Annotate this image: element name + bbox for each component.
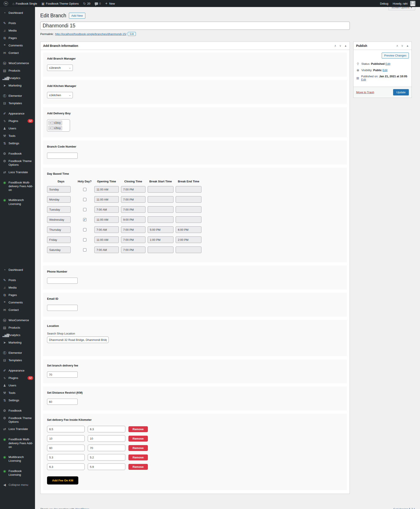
closing-time-input[interactable] [121,216,145,223]
branch-code-input[interactable] [47,153,78,159]
sidebar-item[interactable]: ⚙ Foodbook [0,150,35,157]
holy-day-checkbox[interactable] [83,248,86,252]
fee-input[interactable] [88,435,125,442]
closing-time-input[interactable] [121,196,145,203]
phone-input[interactable] [47,278,78,284]
kitchen-manager-select[interactable]: s1kitchen ⌄ [47,92,73,98]
remove-fee-button[interactable]: Remove [128,426,148,432]
break-start-input[interactable] [148,236,173,243]
updates-menu[interactable]: ↻ 20 [81,0,92,7]
shop-location-input[interactable] [47,337,109,343]
break-end-input[interactable] [176,216,202,223]
fee-input[interactable] [88,445,125,451]
remove-tag-icon[interactable]: × [49,121,52,124]
comments-menu[interactable]: 0 [93,0,103,7]
holy-day-checkbox[interactable] [83,198,86,201]
edit-permalink-button[interactable]: Edit [128,32,136,36]
sidebar-item[interactable]: ▂▅▇ Analytics [0,74,35,82]
opening-time-input[interactable] [94,186,119,193]
holy-day-checkbox[interactable] [83,208,86,211]
opening-time-input[interactable] [94,236,119,243]
fee-input[interactable] [88,463,125,470]
sidebar-item[interactable]: ▤ Products [0,324,35,332]
post-title-input[interactable] [40,22,350,30]
sidebar-item[interactable]: ♟ Users [0,382,35,389]
break-start-input[interactable] [148,216,173,223]
sidebar-item[interactable]: ϟ Plugins12 [0,117,35,125]
sidebar-item[interactable]: ⊟ Templates [0,100,35,107]
site-name-menu[interactable]: ⌂ Foodbook Single [10,0,39,7]
sidebar-item[interactable]: ✎ Posts [0,19,35,27]
sidebar-item[interactable]: ✐ Appearance [0,110,35,117]
account-menu[interactable]: Howdy, rahi [391,0,417,7]
break-end-input[interactable] [176,196,202,203]
sidebar-item[interactable]: ♟ Users [0,125,35,132]
km-input[interactable] [47,463,85,470]
delivery-fee-input[interactable] [47,371,78,378]
break-end-input[interactable] [176,206,202,213]
remove-fee-button[interactable]: Remove [128,464,148,470]
opening-time-input[interactable] [94,247,119,253]
delivery-boy-multiselect[interactable]: × s1boy × s2boy [47,119,70,131]
closing-time-input[interactable] [121,247,145,253]
sidebar-item[interactable]: ⚙ Foodbook Theme Options [0,157,35,169]
km-input[interactable] [47,435,85,442]
break-end-input[interactable] [176,226,202,233]
edit-visibility-link[interactable]: Edit [382,69,387,72]
update-button[interactable]: Update [393,89,409,95]
sidebar-item[interactable]: ✉ Contact [0,49,35,57]
remove-fee-button[interactable]: Remove [128,455,148,460]
fee-input[interactable] [88,454,125,461]
holy-day-checkbox[interactable] [83,228,86,231]
move-up-icon[interactable]: ∧ [334,44,337,47]
sidebar-item[interactable]: ϟ Plugins12 [0,374,35,382]
sidebar-item[interactable]: ◉ FoodBook Multi-delivery Fees Add-on [0,436,35,451]
add-fee-on-km-button[interactable]: Add Fee On KM [47,476,78,485]
sidebar-item[interactable]: ⚒ Tools [0,389,35,397]
break-start-input[interactable] [148,196,173,203]
sidebar-item[interactable]: ⚙ Foodbook [0,407,35,414]
remove-fee-button[interactable]: Remove [128,436,148,442]
move-down-icon[interactable]: ∨ [339,44,341,47]
break-start-input[interactable] [148,206,173,213]
sidebar-item[interactable]: ◉ Foodbook Licensing [0,467,35,478]
edit-published-link[interactable]: Edit [361,78,366,81]
closing-time-input[interactable] [121,236,145,243]
sidebar-item[interactable]: ◔ Dashboard [0,9,35,17]
fee-input[interactable] [88,426,125,432]
opening-time-input[interactable] [94,196,119,203]
holy-day-checkbox[interactable] [83,238,86,241]
closing-time-input[interactable] [121,226,145,233]
remove-tag-icon[interactable]: × [49,126,52,130]
get-version-link[interactable]: Get Version 5.7.1 [393,508,415,509]
sidebar-item[interactable]: ✉ Contact [0,306,35,314]
sidebar-item[interactable]: ⇅ Settings [0,397,35,404]
sidebar-item[interactable]: ◔ Dashboard [0,266,35,274]
sidebar-item[interactable]: ✐ Appearance [0,367,35,374]
sidebar-item[interactable]: ⧉ Pages [0,291,35,299]
km-input[interactable] [47,426,85,432]
branch-manager-select[interactable]: s1branch ⌄ [47,65,73,71]
sidebar-item[interactable]: ◉ FoodBook Multi-delivery Fees Add-on [0,179,35,194]
sidebar-item[interactable]: ⇄ Loco Translate [0,169,35,176]
sidebar-item[interactable]: Ⓔ Elementor [0,349,35,357]
theme-options-menu[interactable]: ▣ Foodbook Theme Options [40,0,81,7]
break-start-input[interactable] [148,226,173,233]
holy-day-checkbox[interactable] [83,218,86,221]
sidebar-item[interactable]: ⧉ Pages [0,34,35,42]
break-end-input[interactable] [176,247,202,253]
sidebar-item[interactable]: Ⓦ WooCommerce [0,316,35,324]
wordpress-logo-menu[interactable]: W [2,0,10,7]
km-input[interactable] [47,445,85,451]
break-start-input[interactable] [148,186,173,193]
sidebar-item[interactable]: ➤ Marketing [0,339,35,346]
closing-time-input[interactable] [121,206,145,213]
sidebar-item[interactable]: ❝ Comments [0,42,35,49]
toggle-panel-icon[interactable]: ▲ [406,44,409,47]
sidebar-item[interactable]: ➤ Marketing [0,82,35,89]
sidebar-item[interactable]: ⇅ Settings [0,140,35,147]
sidebar-item[interactable]: ⚒ Tools [0,132,35,140]
sidebar-item[interactable]: ▤ Products [0,67,35,74]
wordpress-link[interactable]: WordPress [75,508,89,509]
break-end-input[interactable] [176,236,202,243]
